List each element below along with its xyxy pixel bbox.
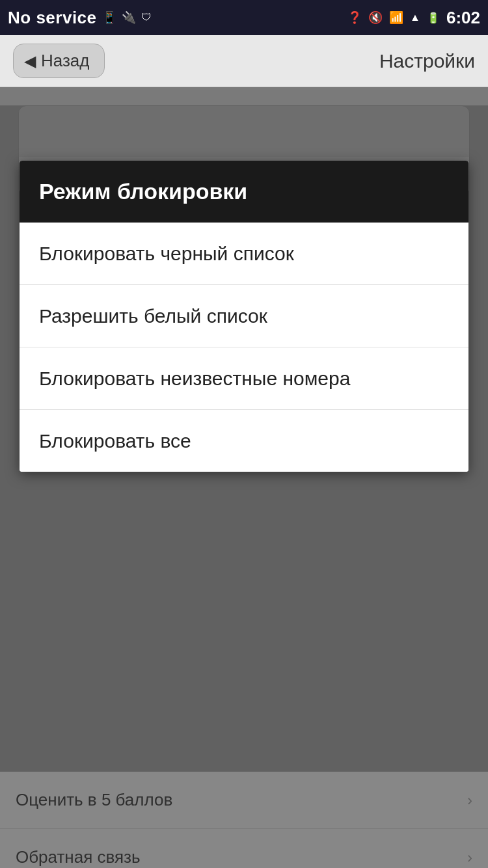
back-label: Назад	[41, 51, 90, 71]
shield-icon: 🛡	[141, 12, 152, 23]
modal-item-unknown[interactable]: Блокировать неизвестные номера	[20, 347, 468, 410]
content-area: Блокирование звонков Режим блокировки Бл…	[0, 105, 488, 868]
modal-item-unknown-label: Блокировать неизвестные номера	[39, 368, 350, 389]
modal-item-whitelist[interactable]: Разрешить белый список	[20, 285, 468, 347]
wifi-icon: 📶	[389, 10, 403, 25]
nav-bar: ◀ Назад Настройки	[0, 35, 488, 87]
status-bar-left: No service 📱 🔌 🛡	[8, 8, 152, 28]
question-icon: ❓	[347, 10, 362, 25]
modal-body: Блокировать черный список Разрешить белы…	[20, 223, 468, 472]
status-bar-right: ❓ 🔇 📶 ▲ 🔋 6:02	[347, 8, 480, 28]
usb-icon: 🔌	[122, 10, 136, 25]
modal-item-all[interactable]: Блокировать все	[20, 410, 468, 472]
back-button[interactable]: ◀ Назад	[13, 44, 105, 78]
device-icon: 📱	[102, 10, 116, 25]
modal-item-blacklist-label: Блокировать черный список	[39, 243, 294, 264]
no-service-text: No service	[8, 8, 97, 28]
modal-item-blacklist[interactable]: Блокировать черный список	[20, 223, 468, 285]
mute-icon: 🔇	[368, 10, 383, 25]
signal-icon: ▲	[410, 12, 420, 23]
modal-dialog: Режим блокировки Блокировать черный спис…	[20, 161, 468, 472]
modal-item-all-label: Блокировать все	[39, 430, 191, 452]
modal-item-whitelist-label: Разрешить белый список	[39, 305, 267, 327]
modal-header: Режим блокировки	[20, 161, 468, 223]
modal-title: Режим блокировки	[39, 179, 247, 204]
battery-icon: 🔋	[427, 12, 440, 24]
nav-title: Настройки	[379, 50, 475, 72]
status-bar: No service 📱 🔌 🛡 ❓ 🔇 📶 ▲ 🔋 6:02	[0, 0, 488, 35]
time-display: 6:02	[446, 8, 480, 28]
back-arrow-icon: ◀	[24, 52, 36, 70]
